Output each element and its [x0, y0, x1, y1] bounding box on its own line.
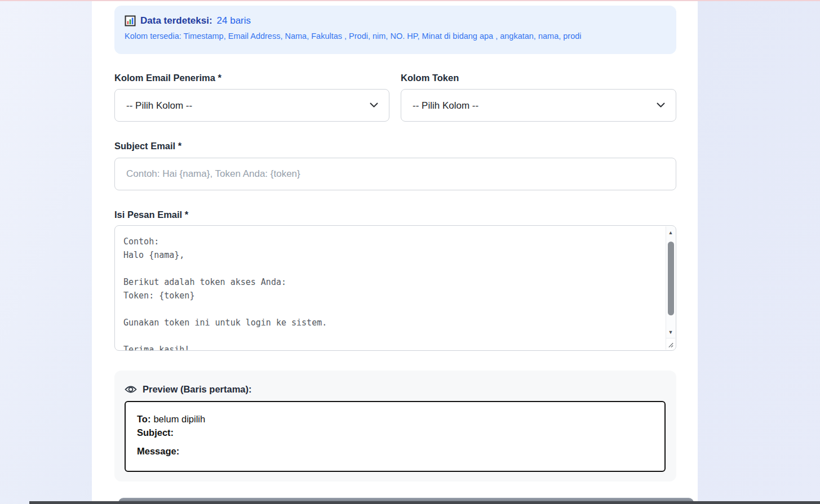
token-column-select[interactable]: -- Pilih Kolom --: [401, 89, 676, 122]
subject-input[interactable]: [114, 158, 676, 190]
preview-message-line: Message:: [137, 444, 653, 458]
preview-subject-label: Subject:: [137, 427, 174, 438]
message-textarea-wrap: Contoh: Halo {nama}, Berikut adalah toke…: [114, 225, 676, 351]
message-label: Isi Pesan Email *: [114, 209, 188, 220]
preview-subject-line: Subject:: [137, 426, 653, 439]
scrollbar-thumb[interactable]: [668, 242, 674, 315]
preview-to-value: belum dipilih: [153, 414, 205, 424]
email-column-label: Kolom Email Penerima *: [114, 73, 221, 83]
scroll-up-icon[interactable]: ▲: [666, 228, 675, 237]
preview-message-label: Message:: [137, 446, 179, 456]
preview-header: Preview (Baris pertama):: [125, 384, 666, 395]
main-card: Data terdeteksi: 24 baris Kolom tersedia…: [92, 1, 698, 504]
data-detected-label: Data terdeteksi:: [140, 15, 212, 26]
scroll-down-icon[interactable]: ▼: [666, 327, 675, 337]
preview-panel: Preview (Baris pertama): To:belum dipili…: [114, 371, 676, 481]
banner-title-row: Data terdeteksi: 24 baris: [125, 15, 666, 26]
available-columns: Kolom tersedia: Timestamp, Email Address…: [125, 32, 666, 41]
preview-to-line: To:belum dipilih: [137, 412, 653, 426]
preview-heading: Preview (Baris pertama):: [143, 384, 252, 395]
data-detected-banner: Data terdeteksi: 24 baris Kolom tersedia…: [114, 6, 676, 54]
subject-label: Subject Email *: [114, 141, 181, 151]
token-column-select-wrap: -- Pilih Kolom --: [401, 89, 676, 122]
token-column-label: Kolom Token: [401, 73, 459, 83]
bar-chart-icon: [125, 15, 136, 26]
preview-box: To:belum dipilih Subject: Message:: [125, 401, 666, 472]
row-count: 24 baris: [217, 15, 251, 26]
bottom-edge-strip: [29, 501, 820, 504]
textarea-scrollbar[interactable]: ▲ ▼: [666, 226, 675, 338]
resize-handle[interactable]: [666, 338, 675, 350]
email-column-select[interactable]: -- Pilih Kolom --: [114, 89, 389, 122]
message-textarea[interactable]: Contoh: Halo {nama}, Berikut adalah toke…: [115, 226, 666, 350]
preview-to-label: To:: [137, 414, 150, 424]
eye-icon: [125, 385, 137, 394]
top-accent-line: [0, 0, 820, 1]
email-column-select-wrap: -- Pilih Kolom --: [114, 89, 389, 122]
